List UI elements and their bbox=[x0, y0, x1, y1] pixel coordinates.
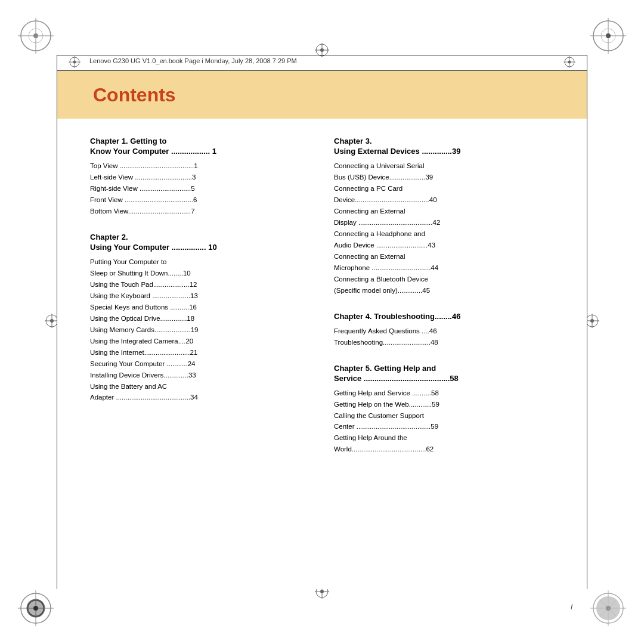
toc-item: Securing Your Computer ...........24 bbox=[90, 358, 310, 370]
toc-item-text: Getting Help on the Web............59 bbox=[334, 399, 554, 410]
toc-item-text: Connecting a Headphone andAudio Device .… bbox=[334, 228, 554, 251]
chapter5-heading-line2: Service ................................… bbox=[334, 374, 554, 383]
toc-item: Putting Your Computer toSleep or Shuttin… bbox=[90, 256, 310, 279]
reg-mark-header-right bbox=[564, 56, 575, 70]
toc-item-text: Using the Battery and ACAdapter ........… bbox=[90, 381, 310, 404]
corner-mark-bl bbox=[18, 590, 54, 626]
toc-item-text: Using the Internet......................… bbox=[90, 347, 310, 358]
toc-item: Special Keys and Buttons ..........16 bbox=[90, 302, 310, 313]
toc-item: Frequently Asked Questions ....46 bbox=[334, 326, 554, 337]
toc-item-text: Connecting a PC CardDevice..............… bbox=[334, 183, 554, 206]
toc-item: Troubleshooting.........................… bbox=[334, 337, 554, 348]
toc-item-text: Troubleshooting.........................… bbox=[334, 337, 554, 348]
toc-item: Using the Integrated Camera....20 bbox=[90, 336, 310, 347]
toc-item: Connecting an ExternalDisplay ..........… bbox=[334, 206, 554, 228]
toc-item: Connecting a Bluetooth Device(Specific m… bbox=[334, 274, 554, 296]
chapter2-section: Chapter 2. Using Your Computer .........… bbox=[90, 233, 310, 404]
header-text: Lenovo G230 UG V1.0_en.book Page i Monda… bbox=[89, 57, 297, 64]
corner-mark-br bbox=[590, 590, 626, 626]
chapter1-section: Chapter 1. Getting to Know Your Computer… bbox=[90, 137, 310, 217]
svg-point-3 bbox=[33, 33, 38, 38]
chapter5-section: Chapter 5. Getting Help and Service ....… bbox=[334, 364, 554, 456]
page-title: Contents bbox=[93, 84, 176, 106]
svg-point-44 bbox=[73, 61, 76, 64]
reg-mark-header-left bbox=[69, 56, 80, 70]
chapter1-heading-line1: Chapter 1. Getting to bbox=[90, 137, 310, 145]
chapter5-heading-line1: Chapter 5. Getting Help and bbox=[334, 364, 554, 373]
svg-point-15 bbox=[27, 600, 44, 617]
toc-item-text: Installing Device Drivers.............33 bbox=[90, 370, 310, 381]
toc-item-text: Using Memory Cards...................19 bbox=[90, 324, 310, 336]
toc-item: Using the Keyboard ....................1… bbox=[90, 290, 310, 302]
toc-item-text: Bottom View.............................… bbox=[90, 206, 310, 217]
toc-item-text: Connecting a Bluetooth Device(Specific m… bbox=[334, 274, 554, 296]
svg-point-40 bbox=[320, 590, 324, 593]
toc-item: Getting Help Around theWorld............… bbox=[334, 432, 554, 455]
toc-item-text: Right-side View ........................… bbox=[90, 183, 310, 194]
toc-item-text: Using the Touch Pad...................12 bbox=[90, 279, 310, 290]
toc-item-text: Securing Your Computer ...........24 bbox=[90, 358, 310, 370]
border-right bbox=[587, 55, 587, 589]
toc-item: Front View .............................… bbox=[90, 194, 310, 206]
chapter3-section: Chapter 3. Using External Devices ......… bbox=[334, 137, 554, 296]
chapter2-heading-line2: Using Your Computer ................ 10 bbox=[90, 243, 310, 252]
chapter4-heading: Chapter 4. Troubleshooting........46 bbox=[334, 312, 554, 321]
toc-item: Installing Device Drivers.............33 bbox=[90, 370, 310, 381]
chapter-separator bbox=[334, 306, 554, 312]
toc-item: Top View ...............................… bbox=[90, 160, 310, 172]
toc-item-text: Getting Help Around theWorld............… bbox=[334, 432, 554, 455]
chapter2-heading-line1: Chapter 2. bbox=[90, 233, 310, 242]
toc-item-text: Using the Optical Drive..............18 bbox=[90, 313, 310, 324]
chapter4-section: Chapter 4. Troubleshooting........46 Fre… bbox=[334, 312, 554, 348]
svg-point-32 bbox=[50, 319, 54, 323]
toc-item: Using the Optical Drive..............18 bbox=[90, 313, 310, 324]
svg-point-28 bbox=[320, 48, 324, 52]
page-number: i bbox=[571, 603, 572, 611]
toc-item-text: Left-side View .........................… bbox=[90, 172, 310, 183]
title-area: Contents bbox=[57, 71, 587, 119]
toc-item-text: Getting Help and Service ..........58 bbox=[334, 388, 554, 399]
chapter3-heading-line1: Chapter 3. bbox=[334, 137, 554, 145]
toc-item-text: Using the Keyboard ....................1… bbox=[90, 290, 310, 302]
chapter3-heading-line2: Using External Devices ..............39 bbox=[334, 147, 554, 156]
chapter-separator bbox=[334, 358, 554, 364]
toc-item: Using the Touch Pad...................12 bbox=[90, 279, 310, 290]
toc-item: Getting Help and Service ..........58 bbox=[334, 388, 554, 399]
toc-item: Using Memory Cards...................19 bbox=[90, 324, 310, 336]
chapter-separator bbox=[90, 227, 310, 233]
toc-item-text: Connecting a Universal SerialBus (USB) D… bbox=[334, 160, 554, 183]
toc-item: Connecting a Headphone andAudio Device .… bbox=[334, 228, 554, 251]
toc-item-text: Top View ...............................… bbox=[90, 160, 310, 172]
header-top-line bbox=[57, 55, 587, 55]
toc-item: Right-side View ........................… bbox=[90, 183, 310, 194]
toc-item: Getting Help on the Web............59 bbox=[334, 399, 554, 410]
left-column: Chapter 1. Getting to Know Your Computer… bbox=[90, 137, 310, 571]
right-column: Chapter 3. Using External Devices ......… bbox=[334, 137, 554, 571]
toc-item-text: Front View .............................… bbox=[90, 194, 310, 206]
toc-item-text: Putting Your Computer toSleep or Shuttin… bbox=[90, 256, 310, 279]
svg-point-36 bbox=[590, 319, 594, 323]
toc-item: Connecting an ExternalMicrophone .......… bbox=[334, 251, 554, 274]
corner-mark-tr bbox=[590, 18, 626, 54]
svg-point-8 bbox=[606, 33, 611, 38]
toc-item: Connecting a Universal SerialBus (USB) D… bbox=[334, 160, 554, 183]
toc-item-text: Special Keys and Buttons ..........16 bbox=[90, 302, 310, 313]
toc-item: Connecting a PC CardDevice..............… bbox=[334, 183, 554, 206]
chapter1-heading-line2: Know Your Computer .................. 1 bbox=[90, 147, 310, 156]
content-area: Chapter 1. Getting to Know Your Computer… bbox=[57, 119, 587, 589]
toc-item-text: Using the Integrated Camera....20 bbox=[90, 336, 310, 347]
toc-item-text: Connecting an ExternalDisplay ..........… bbox=[334, 206, 554, 228]
toc-item: Left-side View .........................… bbox=[90, 172, 310, 183]
corner-mark-tl bbox=[18, 18, 54, 54]
toc-item: Bottom View.............................… bbox=[90, 206, 310, 217]
toc-item: Using the Battery and ACAdapter ........… bbox=[90, 381, 310, 404]
toc-item-text: Calling the Customer SupportCenter .....… bbox=[334, 410, 554, 433]
toc-item-text: Connecting an ExternalMicrophone .......… bbox=[334, 251, 554, 274]
toc-item-text: Frequently Asked Questions ....46 bbox=[334, 326, 554, 337]
reg-mark-top bbox=[315, 43, 329, 60]
svg-point-48 bbox=[568, 61, 571, 64]
toc-item: Calling the Customer SupportCenter .....… bbox=[334, 410, 554, 433]
toc-item: Using the Internet......................… bbox=[90, 347, 310, 358]
